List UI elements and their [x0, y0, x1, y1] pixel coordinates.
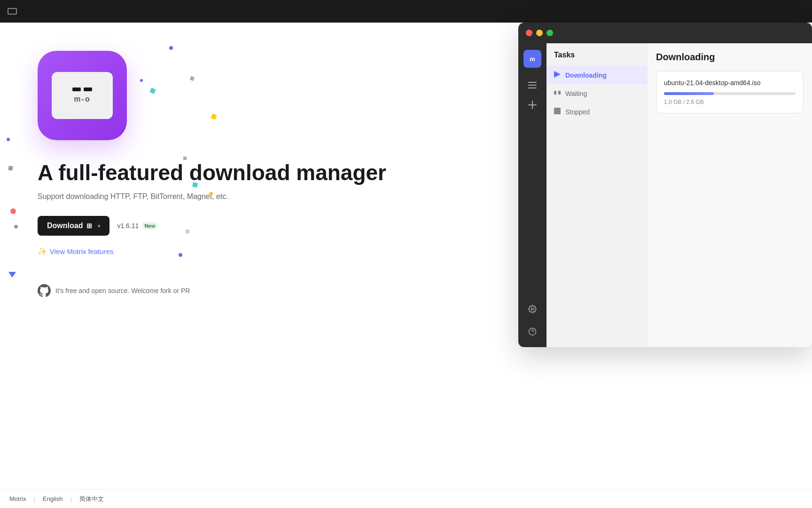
- svg-rect-11: [554, 108, 561, 114]
- sidebar-add-icon[interactable]: [523, 96, 541, 114]
- windows-icon: ⊞: [86, 222, 92, 230]
- main-content: m-o A full-featured download manager Sup…: [0, 23, 812, 489]
- svg-rect-10: [558, 91, 561, 95]
- decor-triangle-down: [8, 272, 16, 278]
- decor-circle-red: [10, 208, 16, 214]
- tasks-title: Tasks: [547, 51, 648, 66]
- decor-diamond-1: [211, 113, 217, 119]
- decor-dot-2: [169, 46, 173, 50]
- top-bar: [0, 0, 812, 23]
- version-badge: v1.6.11 New: [117, 222, 158, 230]
- decor-dot-1: [140, 79, 143, 82]
- task-stopped-label: Stopped: [565, 108, 590, 116]
- win-detail-panel: Downloading ubuntu-21.04-desktop-amd64.i…: [648, 43, 812, 347]
- icon-dots: [72, 87, 92, 91]
- icon-dot-1: [72, 87, 81, 91]
- footer-english[interactable]: English: [43, 495, 63, 502]
- svg-rect-4: [528, 104, 537, 105]
- decor-square-1: [150, 88, 156, 94]
- task-stopped[interactable]: Stopped: [547, 103, 648, 121]
- features-link[interactable]: View Motrix features: [50, 247, 114, 255]
- app-icon: m-o: [38, 51, 127, 140]
- svg-rect-1: [528, 85, 537, 86]
- footer-sep-2: |: [70, 495, 71, 502]
- traffic-minimize[interactable]: [536, 30, 543, 36]
- download-label: Download: [47, 222, 83, 230]
- sparkle-icon: ✨: [38, 247, 47, 256]
- decor-square-2: [8, 166, 13, 170]
- svg-rect-0: [528, 82, 537, 83]
- traffic-maximize[interactable]: [547, 30, 553, 36]
- app-icon-inner: m-o: [52, 72, 113, 119]
- github-icon: [38, 284, 51, 297]
- task-waiting[interactable]: Waiting: [547, 84, 648, 103]
- svg-marker-8: [554, 71, 561, 78]
- footer-motrix[interactable]: Motrix: [9, 495, 26, 502]
- svg-point-5: [531, 308, 534, 310]
- decor-dot-5: [183, 157, 187, 160]
- download-button[interactable]: Download ⊞ ▾: [38, 216, 109, 236]
- window-icon: [8, 8, 17, 15]
- progress-text: 1.0 GB / 2.6 GB: [664, 99, 796, 105]
- traffic-close[interactable]: [526, 30, 532, 36]
- sidebar-settings-icon[interactable]: [523, 300, 541, 318]
- file-name: ubuntu-21.04-desktop-amd64.iso: [664, 79, 796, 87]
- sidebar-logo: m: [523, 50, 541, 68]
- footer: Motrix | English | 简体中文: [0, 489, 812, 508]
- icon-dot-2: [84, 87, 92, 91]
- win-sidebar: m: [518, 43, 547, 347]
- download-item-card: ubuntu-21.04-desktop-amd64.iso 1.0 GB / …: [656, 71, 804, 113]
- footer-sep-1: |: [33, 495, 35, 502]
- task-downloading-icon: [554, 71, 561, 79]
- decor-dot-3: [7, 138, 10, 141]
- icon-text: m-o: [74, 95, 90, 103]
- window-body: m: [518, 43, 812, 347]
- decor-dot-6: [190, 76, 195, 81]
- svg-rect-2: [528, 87, 537, 88]
- window-titlebar: [518, 23, 812, 43]
- github-text: It's free and open source. Welcome fork …: [55, 287, 190, 294]
- progress-bar-background: [664, 92, 796, 95]
- detail-panel-title: Downloading: [656, 52, 804, 63]
- app-window: m: [518, 23, 812, 347]
- chevron-down-icon: ▾: [98, 223, 100, 229]
- svg-rect-9: [554, 91, 556, 95]
- progress-bar-fill: [664, 92, 714, 95]
- win-tasks-panel: Tasks Downloading: [547, 43, 648, 347]
- new-badge: New: [141, 222, 158, 230]
- task-downloading[interactable]: Downloading: [547, 66, 648, 84]
- footer-chinese[interactable]: 简体中文: [79, 495, 104, 503]
- task-stopped-icon: [554, 108, 561, 116]
- task-waiting-label: Waiting: [565, 90, 587, 97]
- sidebar-menu-icon[interactable]: [523, 76, 541, 94]
- task-downloading-label: Downloading: [565, 71, 607, 79]
- decor-dot-4: [14, 225, 18, 229]
- sidebar-help-icon[interactable]: [523, 323, 541, 341]
- app-icon-wrapper: m-o: [38, 51, 132, 145]
- version-text: v1.6.11: [117, 222, 139, 230]
- task-waiting-icon: [554, 89, 561, 97]
